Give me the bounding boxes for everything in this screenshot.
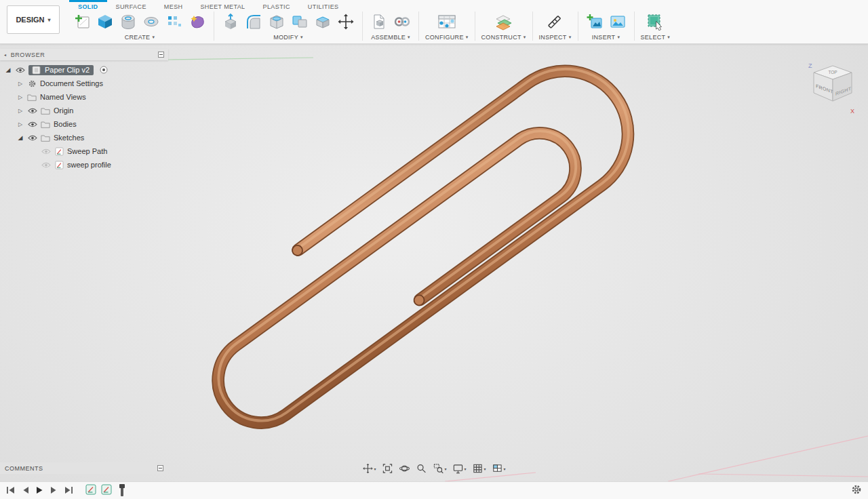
caret-down-icon: ▾ [617, 35, 620, 40]
browser-title: BROWSER [11, 52, 45, 58]
collapse-arrow-icon[interactable]: ▷ [15, 94, 26, 100]
grid-snaps-icon[interactable]: ▾ [471, 462, 488, 475]
visibility-eye-icon[interactable] [26, 121, 39, 127]
browser-row-bodies[interactable]: ▷ Bodies [0, 117, 168, 131]
new-component-icon[interactable] [369, 12, 389, 32]
skip-to-start-icon[interactable] [6, 485, 15, 497]
pan-icon[interactable]: ▾ [360, 462, 378, 475]
create-menu[interactable]: CREATE ▾ [125, 34, 155, 41]
shell-icon[interactable] [267, 12, 287, 32]
design-menu-label: DESIGN [16, 16, 44, 24]
skip-to-end-icon[interactable] [64, 485, 73, 497]
design-menu-button[interactable]: DESIGN ▾ [7, 5, 60, 34]
fit-icon[interactable] [380, 462, 395, 475]
browser-row-named-views[interactable]: ▷ Named Views [0, 90, 168, 104]
assemble-menu-label: ASSEMBLE [371, 34, 406, 41]
orbit-icon[interactable] [397, 462, 412, 475]
insert-mesh-icon[interactable] [585, 12, 605, 32]
axis-x-label: X [850, 108, 854, 115]
browser-row-origin[interactable]: ▷ Origin [0, 104, 168, 117]
browser-row-component[interactable]: ◢ Paper Clip v2 [0, 63, 168, 77]
caret-down-icon: ▾ [300, 35, 303, 40]
selected-component-chip[interactable]: Paper Clip v2 [28, 65, 94, 75]
configure-menu[interactable]: CONFIGURE ▾ [425, 34, 469, 41]
select-menu[interactable]: SELECT ▾ [641, 34, 671, 41]
browser-row-sweep-profile[interactable]: sweep profile [0, 158, 168, 172]
torus-icon[interactable] [141, 12, 161, 32]
box-icon[interactable] [95, 12, 115, 32]
gear-icon[interactable] [851, 484, 862, 498]
timeline-item-sketch-2[interactable] [101, 484, 112, 498]
combine-icon[interactable] [290, 12, 310, 32]
paperclip-body[interactable] [174, 44, 654, 440]
create-sketch-icon[interactable] [72, 12, 92, 32]
timeline-item-sketch-1[interactable] [85, 484, 96, 498]
step-forward-icon[interactable] [50, 485, 58, 497]
offset-face-icon[interactable] [313, 12, 333, 32]
cylinder-icon[interactable] [118, 12, 138, 32]
move-copy-icon[interactable] [336, 12, 356, 32]
collapse-arrow-icon[interactable]: ▷ [15, 108, 26, 114]
visibility-eye-icon[interactable] [39, 162, 53, 168]
caret-down-icon: ▾ [408, 35, 410, 40]
expand-arrow-icon[interactable]: ◢ [3, 66, 14, 73]
step-back-icon[interactable] [22, 485, 29, 497]
caret-down-icon: ▾ [152, 35, 155, 40]
visibility-eye-icon[interactable] [26, 108, 39, 114]
zoom-window-icon[interactable]: ▾ [431, 462, 448, 475]
visibility-eye-icon[interactable] [14, 67, 27, 73]
fusion-360-app: DESIGN ▾ SOLID SURFACE MESH SHEET METAL … [0, 0, 868, 499]
visibility-eye-icon[interactable] [39, 148, 53, 155]
collapse-arrow-icon[interactable]: ▷ [15, 121, 26, 127]
timeline-playhead[interactable] [121, 485, 123, 496]
browser-row-document-settings[interactable]: ▷ Document Settings [0, 77, 168, 90]
browser-row-sweep-path[interactable]: Sweep Path [0, 144, 168, 158]
assemble-menu[interactable]: ASSEMBLE ▾ [371, 34, 410, 41]
configure-table-icon[interactable] [435, 12, 459, 32]
panel-minimize-icon[interactable] [158, 52, 164, 58]
toolbar-divider [475, 12, 475, 41]
press-pull-icon[interactable] [220, 12, 241, 32]
inspect-menu[interactable]: INSPECT ▾ [539, 34, 572, 41]
joint-icon[interactable] [392, 12, 412, 32]
toolbar-group-configure: CONFIGURE ▾ [420, 9, 474, 43]
measure-icon[interactable] [545, 12, 566, 32]
select-window-icon[interactable] [645, 12, 665, 32]
viewcube-top-label[interactable]: TOP [828, 70, 837, 75]
timeline-playback-controls [6, 485, 73, 497]
pattern-icon[interactable] [164, 12, 184, 32]
construct-menu[interactable]: CONSTRUCT ▾ [481, 34, 526, 41]
modify-menu[interactable]: MODIFY ▾ [273, 34, 303, 41]
collapse-arrow-icon[interactable]: ▷ [15, 81, 26, 87]
panel-collapse-icon[interactable]: ◂ [4, 52, 7, 57]
browser-row-sketches[interactable]: ◢ Sketches [0, 131, 168, 144]
viewcube[interactable]: Z TOP FRONT RIGHT X [806, 60, 860, 117]
caret-down-icon: ▾ [524, 35, 526, 40]
zoom-icon[interactable] [414, 462, 429, 475]
construct-plane-icon[interactable] [494, 12, 514, 32]
expand-arrow-icon[interactable]: ◢ [15, 134, 26, 141]
form-icon[interactable] [187, 12, 208, 32]
timeline-features [85, 484, 123, 498]
component-name: Paper Clip v2 [45, 66, 90, 74]
display-settings-icon[interactable]: ▾ [450, 462, 468, 475]
viewports-icon[interactable]: ▾ [490, 462, 508, 475]
toolbar-divider [362, 12, 363, 41]
viewcube-cube[interactable]: TOP FRONT RIGHT [814, 66, 852, 101]
activate-radio-icon[interactable] [98, 66, 110, 74]
comments-bar[interactable]: COMMENTS [0, 462, 168, 474]
create-menu-label: CREATE [125, 34, 151, 41]
decal-icon[interactable] [608, 12, 628, 32]
comments-minimize-icon[interactable] [157, 465, 163, 471]
folder-icon [26, 94, 38, 101]
tree-item-label: Sketches [54, 134, 84, 142]
play-icon[interactable] [36, 485, 43, 497]
insert-menu[interactable]: INSERT ▾ [592, 34, 620, 41]
tree-item-label: Document Settings [40, 79, 103, 87]
viewport-3d[interactable]: Z TOP FRONT RIGHT X ◂ BROWSER [0, 44, 868, 481]
navigation-bar: ▾ ▾ ▾ ▾ [360, 462, 507, 475]
fillet-icon[interactable] [243, 12, 264, 32]
toolbar-divider [634, 12, 635, 41]
visibility-eye-icon[interactable] [26, 135, 39, 141]
tree-item-label: Origin [54, 106, 73, 115]
